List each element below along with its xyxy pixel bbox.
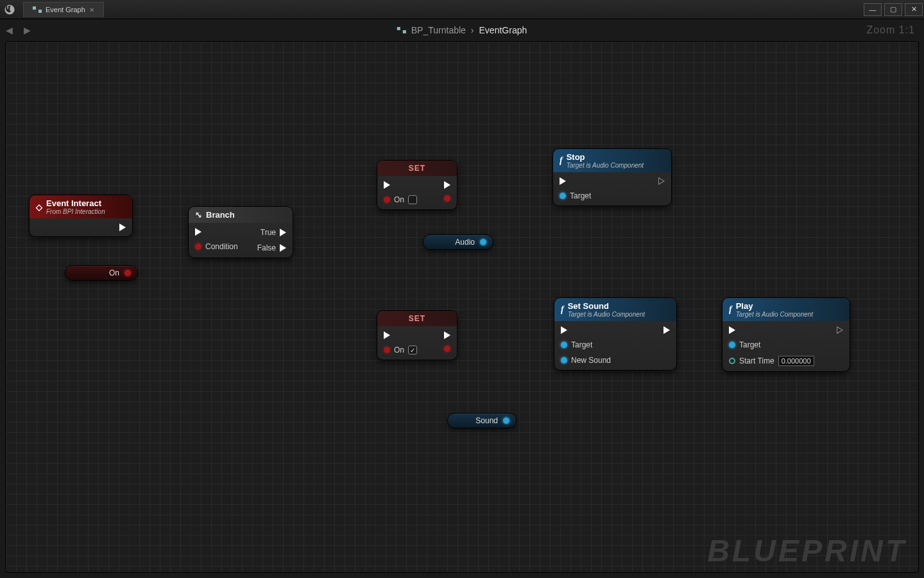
breadcrumb-bar: ◀ ▶ BP_Turntable › EventGraph Zoom 1:1 [0, 19, 924, 41]
breadcrumb-graph[interactable]: EventGraph [479, 25, 527, 35]
node-set-on-false[interactable]: SET On [377, 160, 458, 210]
starttime-value[interactable]: 0.000000 [778, 356, 814, 366]
exec-out-pin[interactable] [119, 223, 126, 231]
node-subtitle: Target is Audio Component [736, 311, 813, 318]
node-header: SET [377, 311, 457, 326]
exec-in-pin[interactable] [560, 177, 591, 185]
event-icon: ◇ [36, 202, 42, 212]
true-exec-pin[interactable]: True [257, 228, 286, 237]
node-title: Set Sound [568, 301, 609, 311]
node-subtitle: From BPI Interaction [46, 208, 105, 215]
graph-icon [33, 6, 42, 13]
bool-checkbox[interactable] [408, 346, 417, 355]
title-bar: Event Graph ✕ — ▢ ✕ [0, 0, 924, 19]
node-stop[interactable]: f Stop Target is Audio Component Target [552, 148, 672, 206]
function-icon: f [560, 155, 563, 166]
zoom-indicator: Zoom 1:1 [866, 24, 915, 36]
node-branch[interactable]: ⤡ Branch Condition True False [188, 206, 293, 258]
exec-in-pin[interactable] [384, 331, 417, 339]
graph-canvas[interactable]: ◇ Event Interact From BPI Interaction ⤡ … [5, 41, 919, 573]
node-header: f Play Target is Audio Component [723, 298, 850, 321]
tab-event-graph[interactable]: Event Graph ✕ [23, 2, 104, 17]
bool-checkbox[interactable] [408, 195, 417, 204]
target-pin[interactable]: Target [560, 191, 591, 200]
newsound-pin[interactable]: New Sound [561, 356, 611, 365]
node-title: SET [409, 314, 425, 323]
exec-out-pin[interactable] [658, 177, 665, 185]
nav-fwd-button[interactable]: ▶ [21, 24, 33, 37]
variable-sound[interactable]: Sound [447, 413, 517, 428]
variable-on[interactable]: On [65, 265, 138, 281]
function-icon: f [561, 304, 564, 315]
exec-in-pin[interactable] [729, 326, 814, 334]
node-title: Event Interact [46, 198, 101, 208]
breadcrumb-blueprint[interactable]: BP_Turntable [411, 25, 466, 35]
var-out-pin[interactable] [444, 195, 450, 202]
exec-in-pin[interactable] [561, 326, 611, 334]
connection-wires [6, 42, 198, 138]
minimize-button[interactable]: — [864, 3, 882, 16]
pill-label: Audio [455, 238, 475, 247]
condition-pin[interactable]: Condition [195, 242, 238, 251]
exec-out-pin[interactable] [444, 331, 450, 339]
var-out-pin[interactable] [444, 346, 450, 352]
node-title: Branch [206, 210, 235, 220]
close-icon[interactable]: ✕ [89, 6, 94, 13]
node-header: ◇ Event Interact From BPI Interaction [30, 195, 132, 218]
target-pin[interactable]: Target [729, 340, 814, 349]
target-pin[interactable]: Target [561, 340, 611, 349]
var-in-pin[interactable]: On [384, 195, 417, 204]
node-set-on-true[interactable]: SET On [377, 310, 458, 360]
var-in-pin[interactable]: On [384, 346, 417, 355]
graph-icon [397, 27, 406, 33]
chevron-right-icon: › [471, 25, 474, 35]
unreal-logo-icon [0, 0, 19, 19]
window-close-button[interactable]: ✕ [905, 3, 923, 16]
node-play[interactable]: f Play Target is Audio Component Target … [722, 297, 850, 372]
exec-in-pin[interactable] [384, 181, 417, 189]
exec-out-pin[interactable] [444, 181, 450, 189]
false-exec-pin[interactable]: False [257, 243, 286, 252]
node-subtitle: Target is Audio Component [568, 311, 645, 318]
node-header: SET [377, 161, 457, 176]
blueprint-watermark: BLUEPRINT [707, 533, 907, 568]
node-header: f Set Sound Target is Audio Component [554, 298, 676, 321]
exec-out-pin[interactable] [837, 326, 843, 334]
node-subtitle: Target is Audio Component [567, 162, 644, 169]
starttime-pin[interactable]: Start Time0.000000 [729, 356, 814, 366]
variable-audio[interactable]: Audio [423, 234, 493, 250]
node-set-sound[interactable]: f Set Sound Target is Audio Component Ta… [554, 297, 677, 371]
nav-back-button[interactable]: ◀ [3, 24, 15, 37]
node-title: Stop [567, 152, 585, 162]
exec-out-pin[interactable] [663, 326, 670, 334]
node-title: Play [736, 301, 753, 311]
branch-icon: ⤡ [195, 210, 202, 220]
pill-label: Sound [475, 416, 498, 425]
exec-in-pin[interactable] [195, 228, 238, 236]
node-header: f Stop Target is Audio Component [553, 149, 671, 172]
tab-label: Event Graph [46, 6, 85, 13]
function-icon: f [729, 304, 732, 315]
node-title: SET [409, 164, 425, 173]
pill-label: On [109, 268, 119, 277]
node-header: ⤡ Branch [189, 207, 293, 223]
maximize-button[interactable]: ▢ [884, 3, 902, 16]
node-event-interact[interactable]: ◇ Event Interact From BPI Interaction [29, 195, 133, 237]
window-buttons: — ▢ ✕ [862, 1, 924, 19]
